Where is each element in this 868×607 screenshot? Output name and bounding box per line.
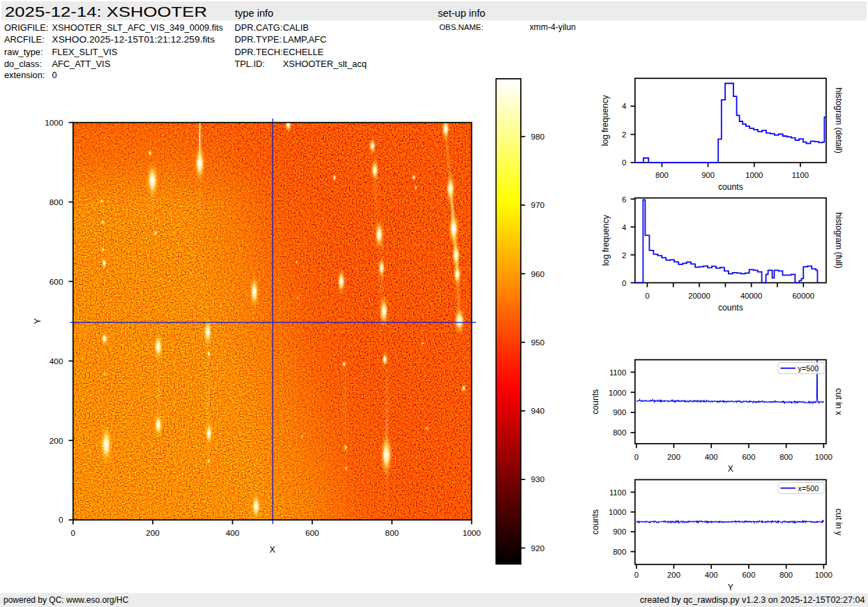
svg-text:950: 950 — [531, 338, 545, 347]
svg-text:400: 400 — [705, 571, 718, 579]
svg-text:800: 800 — [779, 571, 793, 579]
svg-text:0: 0 — [52, 70, 57, 80]
svg-text:200: 200 — [50, 436, 63, 446]
svg-text:ECHELLE: ECHELLE — [283, 47, 323, 57]
svg-text:940: 940 — [531, 406, 545, 416]
svg-text:1100: 1100 — [792, 171, 809, 179]
svg-text:Y: Y — [33, 318, 43, 324]
svg-text:0: 0 — [634, 453, 639, 461]
svg-text:counts: counts — [718, 303, 743, 313]
svg-text:600: 600 — [743, 453, 756, 461]
svg-text:400: 400 — [226, 528, 240, 538]
svg-text:930: 930 — [531, 474, 545, 484]
svg-text:0: 0 — [634, 571, 639, 579]
svg-text:200: 200 — [667, 453, 680, 461]
svg-text:900: 900 — [701, 171, 715, 179]
svg-text:y=500: y=500 — [798, 364, 819, 373]
svg-text:XSHOOTER_slt_acq: XSHOOTER_slt_acq — [283, 59, 367, 69]
svg-text:type info: type info — [235, 8, 273, 19]
svg-text:AFC_ATT_VIS: AFC_ATT_VIS — [52, 59, 111, 69]
svg-text:DPR.CATG:: DPR.CATG: — [235, 22, 283, 33]
svg-text:2025-12-14: XSHOOTER: 2025-12-14: XSHOOTER — [5, 4, 207, 20]
svg-text:X: X — [269, 545, 275, 555]
svg-text:XSHOOTER_SLT_AFC_VIS_349_0009.: XSHOOTER_SLT_AFC_VIS_349_0009.fits — [52, 22, 224, 33]
svg-text:TPL.ID:: TPL.ID: — [235, 59, 265, 69]
svg-text:DPR.TECH:: DPR.TECH: — [235, 47, 283, 57]
svg-text:60000: 60000 — [793, 292, 814, 300]
svg-text:1000: 1000 — [462, 528, 481, 538]
svg-text:920: 920 — [531, 544, 545, 553]
svg-text:powered by QC: www.eso.org/HC: powered by QC: www.eso.org/HC — [3, 595, 129, 605]
svg-text:counts: counts — [591, 389, 600, 414]
svg-text:40000: 40000 — [740, 292, 762, 300]
svg-text:ORIGFILE:: ORIGFILE: — [4, 22, 48, 33]
svg-text:0: 0 — [645, 292, 649, 300]
svg-text:800: 800 — [655, 171, 669, 179]
svg-text:800: 800 — [613, 548, 626, 556]
svg-text:6: 6 — [622, 195, 626, 204]
svg-text:Y: Y — [728, 583, 733, 592]
svg-text:0: 0 — [71, 528, 76, 538]
svg-text:counts: counts — [591, 509, 600, 534]
svg-text:1000: 1000 — [745, 171, 763, 179]
svg-text:900: 900 — [613, 527, 626, 536]
svg-text:1100: 1100 — [609, 488, 626, 497]
svg-text:0: 0 — [59, 515, 63, 525]
svg-text:raw_type:: raw_type: — [4, 47, 43, 57]
svg-text:FLEX_SLIT_VIS: FLEX_SLIT_VIS — [52, 47, 118, 57]
svg-text:1000: 1000 — [609, 389, 626, 397]
svg-text:600: 600 — [305, 528, 319, 538]
svg-text:200: 200 — [667, 571, 680, 579]
svg-text:OBS.NAME:: OBS.NAME: — [439, 23, 483, 31]
svg-text:cut in x: cut in x — [834, 388, 844, 415]
svg-text:1000: 1000 — [45, 118, 63, 128]
svg-text:0: 0 — [622, 158, 626, 167]
svg-text:800: 800 — [50, 197, 63, 207]
svg-text:1000: 1000 — [815, 453, 832, 461]
svg-text:4: 4 — [622, 102, 626, 110]
svg-text:600: 600 — [50, 277, 63, 287]
svg-text:x=500: x=500 — [798, 484, 819, 493]
svg-text:set-up info: set-up info — [438, 8, 485, 19]
svg-text:histogram (detail): histogram (detail) — [834, 88, 844, 153]
svg-text:800: 800 — [385, 528, 399, 538]
svg-text:X: X — [728, 464, 733, 474]
svg-text:900: 900 — [613, 408, 626, 417]
svg-text:1000: 1000 — [815, 571, 832, 579]
svg-text:ARCFILE:: ARCFILE: — [4, 34, 45, 45]
svg-text:extension:: extension: — [4, 70, 45, 80]
svg-text:200: 200 — [146, 528, 160, 538]
svg-text:20000: 20000 — [688, 292, 710, 300]
svg-text:cut in y: cut in y — [834, 509, 844, 537]
svg-text:960: 960 — [531, 269, 545, 279]
svg-text:counts: counts — [718, 182, 743, 192]
svg-text:LAMP,AFC: LAMP,AFC — [283, 34, 326, 45]
svg-text:log frequency: log frequency — [601, 94, 611, 146]
svg-text:1100: 1100 — [609, 368, 626, 377]
svg-text:2: 2 — [622, 130, 626, 139]
svg-text:2: 2 — [622, 251, 626, 260]
svg-text:DPR.TYPE:: DPR.TYPE: — [235, 34, 282, 45]
svg-text:980: 980 — [531, 132, 545, 142]
svg-text:CALIB: CALIB — [283, 22, 309, 33]
svg-text:xmm-4-yilun: xmm-4-yilun — [530, 22, 576, 32]
svg-text:400: 400 — [50, 357, 63, 366]
svg-text:970: 970 — [531, 200, 545, 210]
svg-text:do_class:: do_class: — [4, 59, 42, 69]
svg-text:4: 4 — [622, 223, 626, 232]
svg-text:400: 400 — [705, 453, 718, 461]
svg-text:XSHOO.2025-12-15T01:21:12.259.: XSHOO.2025-12-15T01:21:12.259.fits — [52, 34, 215, 45]
svg-text:800: 800 — [613, 428, 626, 437]
svg-text:log frequency: log frequency — [601, 214, 611, 266]
svg-text:histogram (full): histogram (full) — [834, 212, 844, 269]
svg-text:600: 600 — [743, 571, 756, 579]
svg-text:0: 0 — [622, 279, 626, 287]
svg-text:1000: 1000 — [609, 508, 626, 516]
svg-text:800: 800 — [779, 453, 793, 461]
svg-text:created by qc_rawdisp.py v1.2.: created by qc_rawdisp.py v1.2.3 on 2025-… — [640, 595, 865, 605]
